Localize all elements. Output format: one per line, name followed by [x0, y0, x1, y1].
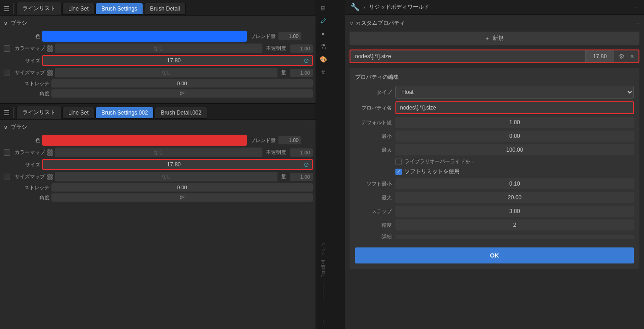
prop-icons: ⚙ × — [614, 51, 638, 62]
soft-limit-checkbox[interactable]: ✓ — [395, 169, 402, 175]
prop-key-text: nodes\[.*\].size — [350, 50, 585, 62]
tab-brush-detail-bottom[interactable]: Brush Detail.002 — [155, 107, 207, 119]
opacity-value-top[interactable]: 1.00 — [290, 44, 313, 53]
sizemap-checkbox-top[interactable] — [4, 70, 10, 76]
sizemap-dropdown-bottom[interactable]: なし — [55, 172, 278, 181]
colormap-dropdown-bottom[interactable]: なし — [55, 148, 262, 157]
default-value[interactable]: 1.00 — [395, 117, 634, 128]
tab-brush-settings-bottom[interactable]: Brush Settings.002 — [95, 107, 154, 119]
menu-icon-bottom[interactable]: ☰ — [2, 107, 14, 118]
soft-min-row: ソフト最小 0.10 — [355, 178, 634, 189]
icon-paint[interactable]: 🎨 — [318, 54, 328, 64]
max-value[interactable]: 100.00 — [395, 144, 634, 155]
sizemap-checker-bottom — [47, 174, 53, 180]
right-panel-content: ∨ カスタムプロパティ ··· + 新規 nodes\[.*\].size 17… — [345, 15, 644, 329]
new-property-button[interactable]: + 新規 — [350, 32, 639, 45]
prop-value-display: 17.80 — [585, 50, 614, 62]
colormap-checkbox-bottom[interactable] — [4, 149, 10, 156]
color-label-top: 色 — [4, 33, 40, 40]
detail-label: 詳細 — [355, 233, 392, 240]
min-label: 最小 — [355, 133, 392, 140]
opacity-value-bottom[interactable]: 1.00 — [290, 148, 313, 157]
color-row-top: 色 ブレンド量 1.00 — [4, 31, 313, 42]
prop-name-input[interactable] — [395, 101, 634, 114]
icon-line-v[interactable]: | — [318, 316, 328, 326]
icon-filter[interactable]: ⚗ — [318, 41, 328, 51]
tab-line-list-bottom[interactable]: ラインリスト — [17, 106, 61, 119]
color-swatch-bottom[interactable] — [42, 135, 247, 146]
stretch-row-bottom: ストレッチ 0.00 — [4, 183, 313, 192]
icon-circle[interactable]: ● — [318, 28, 328, 38]
icon-grid[interactable]: # — [318, 67, 328, 77]
menu-icon-top[interactable]: ☰ — [2, 3, 14, 14]
blend-group-bottom: ブレンド量 1.00 — [249, 136, 313, 144]
color-label-bottom: 色 — [4, 137, 40, 144]
prop-gear-icon[interactable]: ⚙ — [617, 51, 627, 62]
type-select[interactable]: Float Integer Boolean String — [395, 86, 634, 99]
lib-override-checkbox[interactable] — [395, 159, 402, 165]
sizemap-amount-bottom[interactable]: 1.00 — [290, 173, 313, 181]
angle-row-top: 角度 0° — [4, 89, 313, 98]
colormap-dropdown-top[interactable]: なし — [55, 44, 262, 53]
blend-label-bottom: ブレンド量 — [249, 137, 278, 144]
angle-value-top[interactable]: 0° — [51, 89, 313, 98]
color-swatch-top[interactable] — [42, 31, 247, 42]
section-dots-bottom: ··· — [309, 125, 313, 130]
max-row: 最大 100.00 — [355, 144, 634, 155]
blend-value-top[interactable]: 1.00 — [278, 32, 301, 40]
angle-value-bottom[interactable]: 0° — [51, 193, 313, 202]
step-row: ステップ 3.00 — [355, 206, 634, 217]
tab-line-list-top[interactable]: ラインリスト — [17, 2, 61, 15]
sizemap-dropdown-top[interactable]: なし — [55, 68, 278, 77]
soft-max-value[interactable]: 20.00 — [395, 192, 634, 203]
soft-limit-group: ✓ ソフトリミットを使用 — [395, 168, 634, 175]
icon-scene[interactable]: ⊞ — [318, 3, 328, 13]
precision-value[interactable]: 2 — [395, 219, 634, 230]
custom-prop-header: ∨ カスタムプロパティ ··· — [350, 19, 639, 27]
size-icon-bottom: ⊙ — [304, 161, 309, 168]
section-arrow-top[interactable]: ∨ — [4, 20, 8, 27]
prop-key-row[interactable]: nodes\[.*\].size 17.80 ⚙ × — [350, 49, 639, 63]
custom-prop-arrow[interactable]: ∨ — [350, 20, 354, 27]
prop-close-icon[interactable]: × — [628, 51, 636, 62]
icon-brush[interactable]: 🖊 — [318, 16, 328, 26]
colormap-checker-bottom — [47, 149, 53, 156]
colormap-checkbox-top[interactable] — [4, 45, 10, 52]
precision-label: 精度 — [355, 222, 392, 229]
step-value[interactable]: 3.00 — [395, 206, 634, 217]
detail-value[interactable] — [395, 235, 634, 239]
icon-line-h[interactable]: — — [318, 303, 328, 313]
sizemap-checkbox-bottom[interactable] — [4, 174, 10, 180]
right-panel: 🔧 › リジッドボディワールド ··· ∨ カスタムプロパティ ··· + 新規… — [345, 0, 644, 329]
blend-label-top: ブレンド量 — [249, 33, 278, 40]
angle-row-bottom: 角度 0° — [4, 193, 313, 202]
tab-line-set-bottom[interactable]: Line Set — [62, 107, 94, 119]
stretch-value-top[interactable]: 0.00 — [51, 79, 313, 88]
right-arrow: › — [363, 5, 365, 10]
colormap-checker-top — [47, 45, 53, 52]
opacity-label-bottom: 不透明度 — [264, 149, 288, 156]
size-value-top: 17.80 — [46, 57, 302, 64]
prop-edit-title: プロパティの編集 — [355, 73, 634, 81]
section-arrow-bottom[interactable]: ∨ — [4, 124, 8, 131]
size-row-bottom: サイズ 17.80 ⊙ — [4, 159, 313, 170]
tab-brush-settings-top[interactable]: Brush Settings — [95, 3, 143, 15]
size-row-top: サイズ 17.80 ⊙ — [4, 55, 313, 66]
blend-value-bottom[interactable]: 1.00 — [278, 136, 301, 144]
detail-row: 詳細 — [355, 233, 634, 240]
stretch-value-bottom[interactable]: 0.00 — [51, 183, 313, 192]
ok-button[interactable]: OK — [355, 247, 634, 263]
panel-bottom: ☰ ラインリスト Line Set Brush Settings.002 Bru… — [0, 104, 316, 207]
size-field-top[interactable]: 17.80 ⊙ — [42, 55, 313, 66]
custom-prop-dots: ··· — [636, 21, 639, 26]
tab-brush-detail-top[interactable]: Brush Detail — [144, 3, 186, 15]
size-field-bottom[interactable]: 17.80 ⊙ — [42, 159, 313, 170]
tab-line-set-top[interactable]: Line Set — [62, 3, 94, 15]
left-panel: ☰ ラインリスト Line Set Brush Settings Brush D… — [0, 0, 330, 329]
prop-name-row: プロパティ名 — [355, 101, 634, 114]
sizemap-label-bottom: サイズマップ — [12, 173, 45, 180]
wrench-icon: 🔧 — [350, 3, 360, 11]
soft-min-value[interactable]: 0.10 — [395, 178, 634, 189]
min-value[interactable]: 0.00 — [395, 131, 634, 142]
sizemap-amount-top[interactable]: 1.00 — [290, 69, 313, 77]
